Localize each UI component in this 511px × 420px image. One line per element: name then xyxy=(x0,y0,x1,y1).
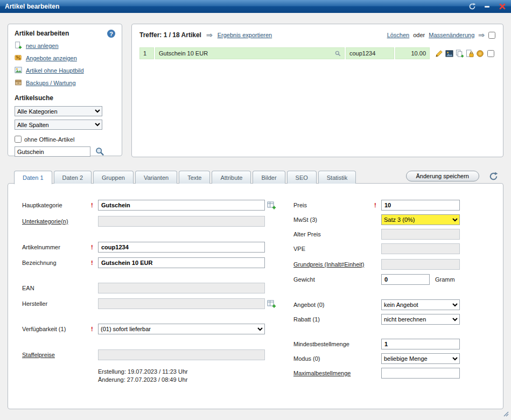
result-row[interactable]: 1 Gutschein 10 EUR coup1234 10.00 xyxy=(139,47,495,59)
window-title: Artikel bearbeiten xyxy=(5,3,59,10)
row-name: Gutschein 10 EUR xyxy=(159,50,208,57)
sidebar-item-backups[interactable]: Backups / Wartung xyxy=(15,79,115,87)
timestamps: Erstellung: 19.07.2023 / 11:23 Uhr Änder… xyxy=(98,368,281,384)
staffelpreise-input xyxy=(98,349,265,360)
arrow-right-icon: ⇒ xyxy=(206,31,213,39)
titlebar-controls xyxy=(468,3,506,11)
mindestbestellmenge-input[interactable] xyxy=(381,339,460,349)
gewicht-label: Gewicht xyxy=(293,276,374,283)
verfuegbarkeit-select[interactable]: (01) sofort lieferbar xyxy=(98,324,265,334)
tab-gruppen[interactable]: Gruppen xyxy=(93,171,134,184)
hersteller-label: Hersteller xyxy=(22,300,91,307)
bezeichnung-label: Bezeichnung xyxy=(22,260,91,266)
alter-preis-input xyxy=(381,229,460,240)
row-price: 10.00 xyxy=(395,47,430,59)
sidebar-item-label[interactable]: neu anlegen xyxy=(26,43,59,49)
ean-label: EAN xyxy=(22,285,91,291)
delete-link[interactable]: Löschen xyxy=(387,32,410,38)
search-input[interactable] xyxy=(15,146,90,157)
tab-varianten[interactable]: Varianten xyxy=(135,171,177,184)
tab-texte[interactable]: Texte xyxy=(179,171,210,184)
gewicht-input[interactable] xyxy=(381,274,430,285)
grundpreis-input xyxy=(381,259,460,270)
row-number: coup1234 xyxy=(346,47,394,59)
category-picker-icon[interactable] xyxy=(267,201,276,209)
hauptkategorie-label: Hauptkategorie xyxy=(22,202,91,208)
offer-icon[interactable] xyxy=(476,50,484,58)
select-all-checkbox[interactable] xyxy=(488,32,495,39)
bulk-edit-link[interactable]: Massenänderung xyxy=(429,32,474,38)
sidebar-item-label[interactable]: Backups / Wartung xyxy=(26,80,76,86)
gallery-icon[interactable] xyxy=(445,50,453,58)
help-icon[interactable] xyxy=(107,30,115,38)
grundpreis-label[interactable]: Grundpreis (Inhalt#Einheit) xyxy=(293,261,374,268)
refresh-icon[interactable] xyxy=(468,3,476,11)
results-count: Treffer: 1 / 18 Artikel xyxy=(139,31,201,39)
edit-icon[interactable] xyxy=(435,50,443,58)
verfuegbarkeit-label: Verfügbarkeit (1) xyxy=(22,326,91,332)
maximalbestellmenge-input[interactable] xyxy=(381,368,460,379)
row-checkbox[interactable] xyxy=(487,50,494,57)
tab-seo[interactable]: SEO xyxy=(287,171,317,184)
modus-select[interactable]: beliebige Menge xyxy=(381,353,460,364)
resize-handle[interactable] xyxy=(502,410,509,418)
preis-label: Preis xyxy=(293,202,374,208)
vpe-label: VPE xyxy=(293,246,374,252)
image-icon xyxy=(15,66,22,75)
close-icon[interactable] xyxy=(498,3,506,11)
preis-input[interactable] xyxy=(381,200,460,211)
maximalbestellmenge-label[interactable]: Maximalbestellmenge xyxy=(293,370,374,376)
category-select[interactable]: Alle Kategorien xyxy=(15,106,102,116)
tab-attribute[interactable]: Attribute xyxy=(212,171,251,184)
copy-icon[interactable] xyxy=(456,50,464,58)
save-button[interactable]: Änderung speichern xyxy=(406,171,479,181)
tab-statistik[interactable]: Statistik xyxy=(318,171,356,184)
sidebar-title: Artikel bearbeiten xyxy=(15,30,69,37)
required-marker: ! xyxy=(91,326,98,332)
sidebar-panel: Artikel bearbeiten neu anlegen Angebote … xyxy=(8,24,122,156)
rabatt-select[interactable]: nicht berechnen xyxy=(381,314,460,325)
reload-icon[interactable] xyxy=(489,172,498,181)
created-text: Erstellung: 19.07.2023 / 11:23 Uhr xyxy=(98,368,281,376)
hauptkategorie-input[interactable] xyxy=(98,200,265,211)
minimize-icon[interactable] xyxy=(483,3,491,11)
columns-select[interactable]: Alle Spalten xyxy=(15,120,102,130)
bezeichnung-input[interactable] xyxy=(98,257,265,268)
unterkategorie-label[interactable]: Unterkategorie(n) xyxy=(22,218,91,225)
unterkategorie-input xyxy=(98,216,265,227)
rabatt-label: Rabatt (1) xyxy=(293,316,374,323)
offers-icon xyxy=(15,54,22,62)
sidebar-item-label[interactable]: Angebote anzeigen xyxy=(26,55,77,61)
sidebar-item-angebote[interactable]: Angebote anzeigen xyxy=(15,54,115,62)
offline-checkbox[interactable] xyxy=(15,136,22,143)
titlebar: Artikel bearbeiten xyxy=(0,0,511,13)
mindestbestellmenge-label: Mindestbestellmenge xyxy=(293,341,374,347)
angebot-select[interactable]: kein Angebot xyxy=(381,299,460,310)
manufacturer-picker-icon[interactable] xyxy=(267,299,276,308)
artikelnummer-label: Artikelnummer xyxy=(22,244,91,250)
tab-daten-2[interactable]: Daten 2 xyxy=(54,171,92,184)
tab-daten-1[interactable]: Daten 1 xyxy=(14,171,52,184)
artikelnummer-input[interactable] xyxy=(98,242,265,253)
tab-bilder[interactable]: Bilder xyxy=(253,171,285,184)
ean-input xyxy=(98,283,265,293)
preview-magnifier-icon[interactable] xyxy=(335,51,341,57)
new-article-icon xyxy=(15,41,22,50)
lock-icon[interactable] xyxy=(466,50,474,58)
offline-filter[interactable]: ohne Offline-Artikel xyxy=(15,136,115,143)
backup-icon xyxy=(15,79,22,87)
offline-label: ohne Offline-Artikel xyxy=(24,136,74,143)
row-name-cell[interactable]: Gutschein 10 EUR xyxy=(155,47,345,59)
sidebar-item-neu-anlegen[interactable]: neu anlegen xyxy=(15,41,115,50)
sidebar-item-label[interactable]: Artikel ohne Hauptbild xyxy=(26,67,84,74)
sidebar-item-ohne-hauptbild[interactable]: Artikel ohne Hauptbild xyxy=(15,66,115,75)
or-label: oder xyxy=(413,32,425,38)
export-link[interactable]: Ergebnis exportieren xyxy=(218,32,272,38)
artikelsuche-heading: Artikelsuche xyxy=(15,94,115,102)
results-panel: Treffer: 1 / 18 Artikel ⇒ Ergebnis expor… xyxy=(131,24,503,157)
form-right-column: Preis ! MwSt (3) Satz 3 (0%) Alter Preis… xyxy=(293,200,493,379)
mwst-select[interactable]: Satz 3 (0%) xyxy=(381,214,460,225)
search-icon[interactable] xyxy=(95,147,104,156)
angebot-label: Angebot (0) xyxy=(293,302,374,308)
staffelpreise-label[interactable]: Staffelpreise xyxy=(22,352,91,358)
